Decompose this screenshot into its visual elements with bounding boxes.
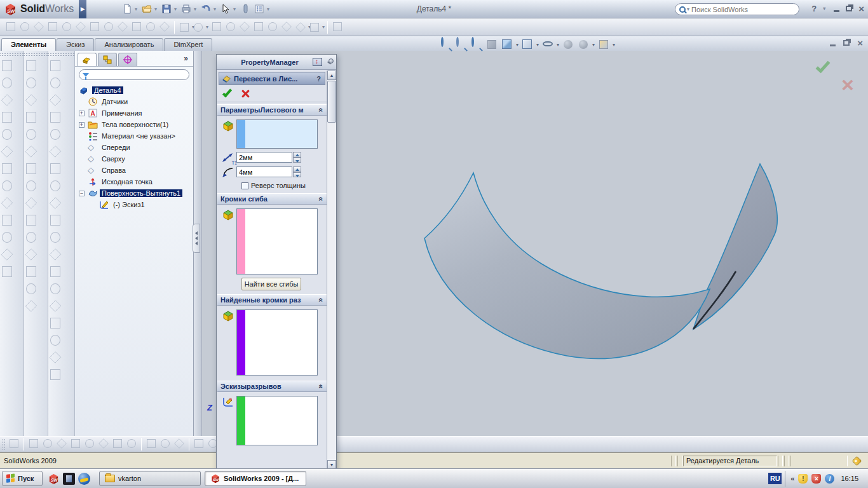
toolbar-icon[interactable] — [48, 93, 62, 107]
select-pointer-icon[interactable] — [219, 3, 232, 15]
toolbar-icon[interactable] — [24, 110, 38, 125]
doc-close-button[interactable]: × — [857, 40, 863, 46]
viewport-cancel-icon[interactable]: × — [841, 75, 854, 94]
toolbar-icon[interactable] — [0, 161, 14, 176]
magnifier-icon[interactable] — [470, 38, 483, 51]
toolbar-icon[interactable] — [24, 230, 38, 245]
toolbar-icon[interactable] — [0, 127, 14, 142]
toolbar-icon[interactable] — [252, 20, 265, 33]
scroll-thumb[interactable] — [327, 81, 336, 123]
search-input[interactable] — [691, 6, 795, 13]
property-manager-header[interactable]: PropertyManager — [217, 55, 336, 70]
toolbar-icon[interactable] — [97, 437, 110, 450]
tree-item[interactable]: ◇ Сверху — [78, 153, 193, 165]
apply-scene-icon[interactable] — [577, 38, 590, 51]
toolbar-icon[interactable] — [331, 20, 344, 33]
toolbar-icon[interactable] — [83, 437, 96, 450]
toolbar-icon[interactable] — [0, 247, 14, 262]
menu-expand-arrow[interactable]: ▶ — [79, 0, 86, 18]
split-panel-icon[interactable] — [313, 58, 322, 66]
capsule-tool-icon[interactable] — [239, 3, 252, 15]
toolbar-icon[interactable] — [24, 179, 38, 193]
tree-item[interactable]: Исходная точка — [78, 176, 193, 187]
toolbar-icon[interactable] — [280, 20, 293, 33]
taskbar-window-solidworks[interactable]: SW SolidWorks 2009 - [Д... — [205, 471, 306, 486]
toolbar-icon[interactable] — [24, 161, 38, 176]
toolbar-icon[interactable] — [125, 437, 138, 450]
toolbar-drag-handle[interactable] — [2, 438, 5, 450]
tree-item[interactable]: ◇ Спереди — [78, 142, 193, 153]
clock[interactable]: 16:15 — [838, 475, 861, 482]
undo-icon[interactable] — [200, 3, 212, 15]
bend-edges-list[interactable] — [236, 208, 318, 274]
minimize-button[interactable] — [834, 10, 839, 12]
toolbar-icon[interactable] — [24, 196, 38, 210]
toolbar-icon[interactable] — [48, 350, 62, 365]
language-indicator[interactable]: RU — [768, 473, 782, 484]
pm-scrollbar[interactable]: ▲ ▼ — [327, 71, 336, 470]
tab-dimxpert[interactable]: DimXpert — [164, 38, 212, 51]
toolbar-icon[interactable] — [294, 21, 307, 34]
toolbar-icon[interactable] — [144, 20, 157, 33]
toolbar-icon[interactable] — [178, 21, 191, 34]
toolbar-icon[interactable] — [0, 144, 14, 159]
toolbar-icon[interactable] — [48, 110, 62, 125]
tree-filter-box[interactable] — [79, 69, 189, 80]
toolbar-icon[interactable] — [41, 437, 54, 450]
thickness-input[interactable] — [236, 152, 292, 163]
fixed-face-selection-box[interactable] — [236, 119, 318, 149]
toolbar-icon[interactable] — [32, 20, 45, 33]
solidworks-quicklaunch-icon[interactable]: SW — [48, 473, 60, 485]
section-header-parameters[interactable]: ПараметрыЛистового м« — [217, 104, 327, 116]
security-alert-icon[interactable]: × — [811, 474, 821, 484]
pm-help-button[interactable]: ? — [316, 75, 322, 83]
toolbar-icon[interactable] — [238, 20, 251, 33]
tab-features[interactable]: Элементы — [1, 38, 56, 51]
toolbar-icon[interactable] — [48, 76, 62, 90]
reverse-thickness-checkbox[interactable] — [241, 182, 248, 189]
toolbar-icon[interactable] — [74, 20, 87, 33]
tree-root[interactable]: Деталь4 — [92, 86, 123, 94]
toolbar-icon[interactable] — [55, 437, 68, 450]
zoom-area-icon[interactable] — [455, 38, 468, 51]
thickness-stepper[interactable] — [293, 152, 301, 163]
bend-radius-input[interactable] — [236, 166, 292, 177]
toolbar-icon[interactable] — [192, 21, 205, 34]
tag-icon[interactable] — [852, 456, 862, 466]
tray-overflow-chevron[interactable]: « — [790, 475, 794, 482]
toolbar-icon[interactable] — [145, 437, 158, 450]
toolbar-icon[interactable] — [102, 20, 115, 33]
tab-configuration-manager[interactable] — [118, 53, 137, 66]
view-settings-icon[interactable] — [597, 38, 610, 51]
toolbar-icon[interactable] — [46, 20, 59, 33]
toolbar-icon[interactable] — [48, 58, 62, 73]
toolbar-icon[interactable] — [48, 247, 62, 262]
tree-item[interactable]: Материал <не указан> — [78, 130, 193, 142]
tab-feature-tree[interactable] — [78, 53, 97, 66]
toolbar-icon[interactable] — [173, 437, 186, 450]
panel-overflow-chevron[interactable]: » — [184, 54, 188, 63]
toolbar-icon[interactable] — [24, 144, 38, 159]
toolbar-icon[interactable] — [48, 299, 62, 313]
restore-button[interactable] — [846, 6, 852, 11]
toolbar-icon[interactable] — [308, 21, 321, 34]
tree-item[interactable]: Датчики — [78, 96, 193, 107]
tab-sketch[interactable]: Эскиз — [57, 38, 94, 51]
toolbar-icon[interactable] — [0, 264, 14, 279]
rip-sketches-list[interactable] — [236, 396, 318, 445]
toolbar-icon[interactable] — [24, 93, 38, 107]
security-warning-icon[interactable]: ! — [798, 474, 808, 484]
display-style-icon[interactable] — [521, 38, 534, 51]
section-view-icon[interactable] — [485, 38, 498, 51]
toolbar-icon[interactable] — [24, 247, 38, 262]
toolbar-icon[interactable] — [48, 179, 62, 193]
toolbar-icon[interactable] — [48, 161, 62, 176]
toolbar-icon[interactable] — [0, 179, 14, 193]
toolbar-icon[interactable] — [27, 437, 40, 450]
toolbar-icon[interactable] — [0, 110, 14, 125]
tree-item[interactable]: + A Примечания — [78, 107, 193, 119]
tab-property-manager[interactable] — [98, 53, 117, 66]
view-orientation-icon[interactable] — [501, 38, 513, 51]
toolbar-icon[interactable] — [0, 213, 14, 227]
toolbar-icon[interactable] — [48, 230, 62, 245]
